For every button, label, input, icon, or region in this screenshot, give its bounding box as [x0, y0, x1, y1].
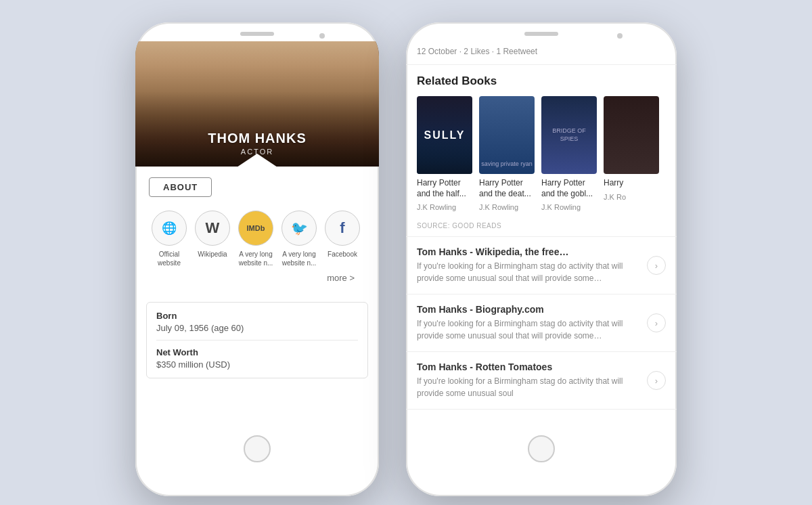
search-result-1[interactable]: Tom Hanks - Wikipedia, the free… If you'… [406, 237, 677, 294]
related-books-title: Related Books [417, 74, 666, 88]
result-arrow-1[interactable]: › [647, 256, 666, 275]
wikipedia-label: Wikipedia [198, 250, 227, 259]
left-phone-content: THOM HANKS ACTOR ABOUT 🌐 Officialwebsite… [135, 41, 379, 427]
info-card-born: Born July 09, 1956 (age 60) Net Worth $3… [146, 302, 368, 378]
book-author-3: J.K Rowling [541, 203, 597, 211]
book-cover-4 [604, 96, 659, 174]
book-cover-1 [417, 96, 472, 174]
hero-title: THOM HANKS ACTOR [208, 131, 307, 156]
official-website-label: Officialwebsite [158, 250, 181, 267]
home-button-left[interactable] [244, 435, 271, 462]
book-title-4: Harry [604, 178, 659, 189]
result-content-2: Tom Hanks - Biography.com If you're look… [417, 304, 647, 342]
camera-right [617, 33, 623, 39]
result-snippet-2: If you're looking for a Birmingham stag … [417, 317, 640, 342]
result-snippet-3: If you're looking for a Birmingham stag … [417, 375, 640, 399]
tweet-bar: 12 October · 2 Likes · 1 Reetweet [406, 41, 677, 65]
book-item-3[interactable]: Harry Potter and the gobl... J.K Rowling [541, 96, 597, 211]
book-cover-3 [541, 96, 597, 174]
actor-name: THOM HANKS [208, 131, 307, 146]
about-section: ABOUT 🌐 Officialwebsite W Wikipedia IMDb… [135, 167, 379, 294]
result-title-3: Tom Hanks - Rotten Tomatoes [417, 361, 640, 372]
about-button[interactable]: ABOUT [149, 177, 212, 197]
result-arrow-2[interactable]: › [647, 313, 666, 332]
phones-container: THOM HANKS ACTOR ABOUT 🌐 Officialwebsite… [135, 9, 677, 496]
phone-top-left [135, 22, 379, 41]
camera-left [319, 33, 325, 39]
book-item-2[interactable]: Harry Potter and the deat... J.K Rowling [479, 96, 535, 211]
born-value: July 09, 1956 (age 60) [156, 323, 358, 333]
wikipedia-icon: W [195, 211, 230, 246]
official-website-icon: 🌐 [152, 211, 187, 246]
home-button-right[interactable] [528, 435, 555, 462]
source-label: SOURCE: GOOD READS [406, 219, 677, 237]
speaker-left [240, 32, 274, 36]
imdb-label: A very longwebsite n... [239, 250, 273, 267]
related-books-section: Related Books Harry Potter and the half.… [406, 65, 677, 219]
speaker-right [524, 32, 558, 36]
left-phone: THOM HANKS ACTOR ABOUT 🌐 Officialwebsite… [135, 22, 379, 496]
hero-chevron [237, 154, 277, 167]
book-item-1[interactable]: Harry Potter and the half... J.K Rowling [417, 96, 472, 211]
book-cover-2 [479, 96, 535, 174]
social-wikipedia[interactable]: W Wikipedia [195, 211, 230, 267]
result-title-1: Tom Hanks - Wikipedia, the free… [417, 246, 640, 257]
result-arrow-3[interactable]: › [647, 371, 666, 390]
book-author-4: J.K Ro [604, 193, 659, 201]
books-row: Harry Potter and the half... J.K Rowling… [417, 96, 666, 211]
book-item-4[interactable]: Harry J.K Ro [604, 96, 659, 211]
result-title-2: Tom Hanks - Biography.com [417, 304, 640, 315]
social-icons-row: 🌐 Officialwebsite W Wikipedia IMDb A ver… [149, 211, 365, 267]
social-official[interactable]: 🌐 Officialwebsite [152, 211, 187, 267]
book-author-2: J.K Rowling [479, 203, 535, 211]
search-result-3[interactable]: Tom Hanks - Rotten Tomatoes If you're lo… [406, 352, 677, 410]
social-facebook[interactable]: f Facebook [325, 211, 360, 267]
networth-value: $350 million (USD) [156, 359, 358, 370]
hero-section: THOM HANKS ACTOR [135, 41, 379, 167]
twitter-label: A very longwebsite n... [282, 250, 317, 267]
book-title-3: Harry Potter and the gobl... [541, 178, 597, 199]
book-title-2: Harry Potter and the deat... [479, 178, 535, 199]
right-phone: 12 October · 2 Likes · 1 Reetweet Relate… [406, 22, 677, 496]
result-content-3: Tom Hanks - Rotten Tomatoes If you're lo… [417, 361, 647, 399]
networth-label: Net Worth [156, 347, 358, 357]
right-phone-content: 12 October · 2 Likes · 1 Reetweet Relate… [406, 41, 677, 427]
born-label: Born [156, 311, 358, 321]
facebook-label: Facebook [328, 250, 357, 259]
imdb-icon: IMDb [238, 211, 273, 246]
twitter-icon: 🐦 [281, 211, 317, 246]
facebook-icon: f [325, 211, 360, 246]
more-link[interactable]: more > [149, 267, 365, 283]
result-snippet-1: If you're looking for a Birmingham stag … [417, 260, 640, 284]
result-content-1: Tom Hanks - Wikipedia, the free… If you'… [417, 246, 647, 284]
phone-bottom-right [406, 427, 677, 476]
social-imdb[interactable]: IMDb A very longwebsite n... [238, 211, 273, 267]
book-title-1: Harry Potter and the half... [417, 178, 472, 199]
phone-top-right [406, 22, 677, 41]
search-result-2[interactable]: Tom Hanks - Biography.com If you're look… [406, 294, 677, 352]
social-twitter[interactable]: 🐦 A very longwebsite n... [281, 211, 317, 267]
phone-bottom-left [135, 427, 379, 476]
book-author-1: J.K Rowling [417, 203, 472, 211]
